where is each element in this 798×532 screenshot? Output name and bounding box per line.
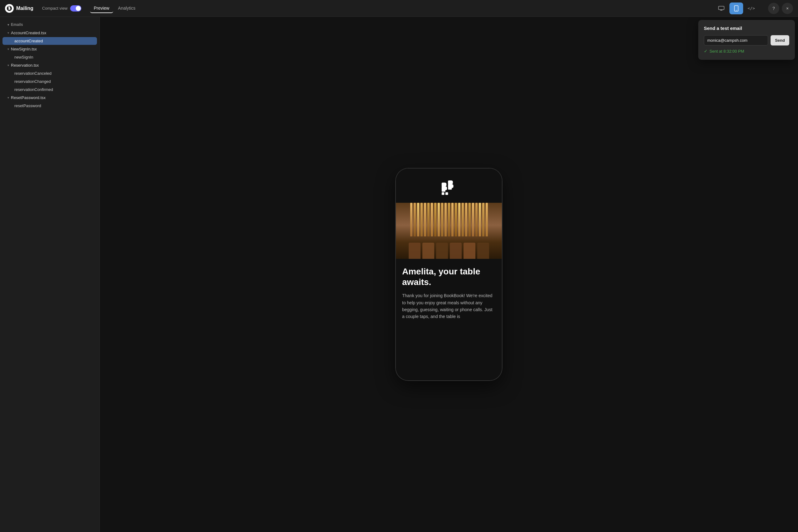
emails-label: Emails [11, 22, 23, 27]
svg-rect-7 [442, 183, 447, 186]
sent-status: ✓ Sent at 8:32:00 PM [704, 49, 789, 54]
item-reset-password-label: resetPassword [14, 103, 41, 108]
close-button[interactable]: × [782, 3, 793, 14]
desktop-icon [718, 6, 724, 11]
chevron-reservation: ▾ [7, 63, 9, 67]
svg-rect-13 [446, 192, 448, 195]
svg-rect-1 [719, 6, 724, 10]
tab-analytics[interactable]: Analytics [114, 4, 139, 13]
item-new-signin[interactable]: newSignIn [2, 53, 97, 61]
logo-svg [6, 6, 12, 11]
item-reservation-canceled-label: reservationCanceled [14, 71, 51, 76]
chevron-new-signin: ▾ [7, 48, 9, 51]
emails-section-label[interactable]: ▾ Emails [0, 21, 99, 28]
phone-frame: Amelita, your table awaits. Thank you fo… [396, 169, 502, 380]
send-test-panel: Send a test email Send ✓ Sent at 8:32:00… [698, 20, 795, 60]
email-heading: Amelita, your table awaits. [402, 266, 496, 287]
email-logo-area [396, 169, 502, 203]
nav-tabs: Preview Analytics [90, 4, 139, 13]
item-reset-password[interactable]: resetPassword [2, 102, 97, 110]
tab-preview[interactable]: Preview [90, 4, 113, 13]
file-account-created[interactable]: ▾ AccountCreated.tsx [2, 29, 97, 37]
item-reservation-changed[interactable]: reservationChanged [2, 78, 97, 86]
item-new-signin-label: newSignIn [14, 55, 33, 59]
send-test-title: Send a test email [704, 25, 789, 31]
compact-view-toggle[interactable] [70, 5, 81, 12]
sidebar: ▾ Emails ▾ AccountCreated.tsx accountCre… [0, 17, 100, 532]
code-view-button[interactable]: </> [744, 2, 758, 14]
svg-rect-10 [448, 180, 453, 184]
mobile-view-button[interactable] [729, 2, 743, 14]
svg-point-5 [736, 10, 737, 11]
item-reservation-canceled[interactable]: reservationCanceled [2, 70, 97, 77]
app-logo: Mailing [5, 4, 33, 13]
check-icon: ✓ [704, 49, 708, 54]
svg-rect-8 [442, 186, 447, 190]
test-email-input[interactable] [704, 35, 768, 45]
item-account-created-label: accountCreated [14, 39, 43, 43]
chevron-account-created: ▾ [7, 31, 9, 35]
file-reset-password-label: ResetPassword.tsx [11, 95, 46, 100]
bookbook-logo-svg [439, 178, 458, 196]
compact-view-container: Compact view [42, 5, 81, 12]
close-icon: × [786, 6, 788, 11]
item-reservation-changed-label: reservationChanged [14, 79, 51, 84]
file-new-signin[interactable]: ▾ NewSignIn.tsx [2, 45, 97, 53]
item-reservation-confirmed[interactable]: reservationConfirmed [2, 86, 97, 93]
send-test-button[interactable]: Send [770, 35, 789, 45]
file-new-signin-label: NewSignIn.tsx [11, 47, 37, 51]
help-button[interactable]: ? [768, 3, 779, 14]
file-reset-password[interactable]: ▾ ResetPassword.tsx [2, 94, 97, 101]
send-test-row: Send [704, 35, 789, 45]
item-account-created[interactable]: accountCreated [2, 37, 97, 45]
topbar: Mailing Compact view Preview Analytics <… [0, 0, 798, 17]
file-reservation-label: Reservation.tsx [11, 63, 39, 68]
main-area: Amelita, your table awaits. Thank you fo… [100, 17, 798, 532]
desktop-view-button[interactable] [714, 2, 728, 14]
layout: ▾ Emails ▾ AccountCreated.tsx accountCre… [0, 17, 798, 532]
chevron-reset-password: ▾ [7, 96, 9, 99]
emails-chevron: ▾ [7, 23, 9, 26]
svg-rect-12 [442, 192, 445, 195]
mobile-icon [734, 5, 739, 12]
app-name: Mailing [16, 6, 33, 11]
sent-status-text: Sent at 8:32:00 PM [709, 49, 744, 54]
view-controls: </> [714, 2, 758, 14]
app-logo-icon [5, 4, 14, 13]
code-icon: </> [747, 6, 755, 11]
compact-view-label: Compact view [42, 6, 68, 11]
item-reservation-confirmed-label: reservationConfirmed [14, 87, 53, 92]
topbar-right: ? × [768, 3, 793, 14]
email-body-text: Thank you for joining BookBook! We're ex… [402, 292, 496, 320]
help-icon: ? [773, 6, 775, 11]
email-body: Amelita, your table awaits. Thank you fo… [396, 259, 502, 328]
svg-rect-11 [448, 184, 453, 188]
file-reservation[interactable]: ▾ Reservation.tsx [2, 61, 97, 69]
email-content: Amelita, your table awaits. Thank you fo… [396, 169, 502, 380]
toggle-knob [76, 6, 81, 11]
file-account-created-label: AccountCreated.tsx [11, 31, 46, 35]
email-hero-image [396, 203, 502, 259]
